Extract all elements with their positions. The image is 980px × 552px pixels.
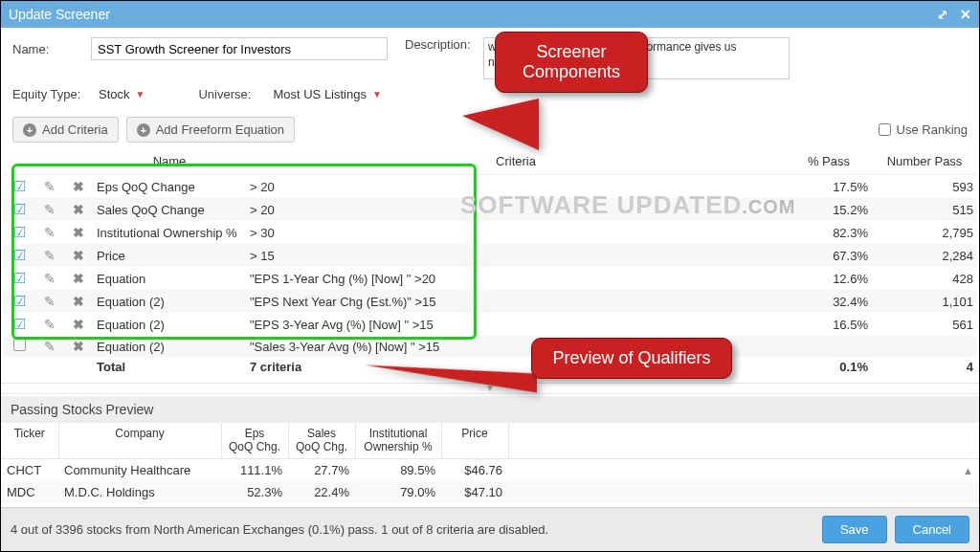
criteria-expr: > 15	[246, 244, 786, 267]
edit-icon[interactable]: ✎	[44, 294, 56, 309]
criteria-num: 515	[872, 198, 977, 221]
criteria-toolbar: + Add Criteria + Add Freeform Equation U…	[1, 111, 979, 148]
criteria-num: 2,795	[872, 221, 977, 244]
checkbox-on-icon[interactable]: ☑	[13, 293, 26, 309]
cancel-button[interactable]: Cancel	[895, 516, 969, 543]
add-criteria-button[interactable]: + Add Criteria	[12, 117, 119, 143]
universe-value: Most US Listings	[273, 87, 367, 101]
checkbox-on-icon[interactable]: ☑	[13, 247, 26, 263]
criteria-row: ☑✎✖Sales QoQ Change> 2015.2%515	[3, 198, 977, 221]
use-ranking-checkbox[interactable]: Use Ranking	[879, 122, 968, 137]
edit-icon[interactable]: ✎	[44, 339, 56, 354]
criteria-expr: "EPS 1-Year Chg (%) [Now] " >20	[246, 267, 786, 290]
preview-title: Passing Stocks Preview	[1, 396, 979, 423]
eps-cell: 52.3%	[221, 481, 288, 503]
criteria-num: 593	[872, 175, 977, 199]
edit-icon[interactable]: ✎	[44, 317, 56, 332]
add-freeform-label: Add Freeform Equation	[156, 122, 284, 137]
criteria-num: 2,284	[872, 244, 977, 267]
total-label: Total	[93, 357, 246, 377]
caret-down-icon: ▼	[372, 89, 382, 99]
delete-icon[interactable]: ✖	[73, 294, 84, 309]
universe-label: Universe:	[198, 87, 256, 101]
col-price: Price	[441, 423, 508, 458]
checkbox-on-icon[interactable]: ☑	[13, 270, 26, 286]
criteria-name: Eps QoQ Change	[93, 175, 246, 199]
delete-icon[interactable]: ✖	[73, 225, 84, 240]
description-label: Description:	[405, 37, 474, 52]
criteria-row: ☑✎✖Institutional Ownership %> 3082.3%2,7…	[3, 221, 977, 244]
description-text: wth screener for Investors. performance …	[488, 40, 736, 69]
close-icon[interactable]: ✕	[960, 7, 971, 22]
criteria-num: 428	[872, 267, 977, 290]
criteria-expr: "EPS 3-Year Avg (%) [Now] " >15	[246, 313, 786, 336]
sales-cell: 22.4%	[288, 481, 355, 503]
form-row-2: Equity Type: Stock ▼ Universe: Most US L…	[1, 87, 979, 111]
criteria-pct: 12.6%	[786, 267, 872, 290]
scroll-up-icon[interactable]: ▲	[963, 465, 973, 476]
criteria-row: ☑✎✖Eps QoQ Change> 2017.5%593	[3, 175, 977, 199]
company-cell: M.D.C. Holdings	[58, 481, 221, 503]
delete-icon[interactable]: ✖	[73, 248, 84, 263]
checkbox-on-icon[interactable]: ☑	[13, 224, 26, 240]
description-textarea[interactable]: wth screener for Investors. performance …	[483, 37, 790, 79]
delete-icon[interactable]: ✖	[73, 202, 84, 217]
criteria-name: Equation (2)	[93, 336, 246, 357]
edit-icon[interactable]: ✎	[44, 179, 56, 194]
save-button[interactable]: Save	[822, 516, 887, 543]
inst-cell: 79.0%	[355, 481, 441, 503]
criteria-pct: 82.3%	[786, 221, 872, 244]
edit-icon[interactable]: ✎	[44, 248, 56, 263]
equity-type-value: Stock	[99, 87, 130, 101]
criteria-name: Institutional Ownership %	[93, 221, 246, 244]
criteria-pct: 32.4%	[786, 290, 872, 313]
delete-icon[interactable]: ✖	[73, 179, 84, 194]
checkbox-on-icon[interactable]: ☑	[13, 178, 26, 194]
delete-icon[interactable]: ✖	[73, 271, 84, 286]
checkbox-on-icon[interactable]: ☑	[13, 316, 26, 332]
footer-message: 4 out of 3396 stocks from North American…	[11, 522, 814, 537]
checkbox-off-icon[interactable]	[13, 339, 26, 351]
add-criteria-label: Add Criteria	[42, 122, 108, 137]
col-num-header: Number Pass	[872, 148, 977, 175]
price-cell: $46.76	[441, 458, 508, 481]
name-input[interactable]	[91, 37, 388, 60]
use-ranking-input[interactable]	[879, 123, 891, 136]
plus-icon: +	[137, 123, 150, 137]
edit-icon[interactable]: ✎	[44, 271, 56, 286]
criteria-pct: 15.2%	[786, 198, 872, 221]
edit-icon[interactable]: ✎	[44, 202, 56, 217]
ticker-cell: MDC	[1, 481, 58, 503]
total-pct: 0.1%	[786, 357, 872, 377]
add-freeform-button[interactable]: + Add Freeform Equation	[126, 117, 295, 143]
criteria-pct: 16.5%	[786, 313, 872, 336]
col-name-header: Name	[93, 148, 246, 175]
window-controls: ⤢ ✕	[937, 7, 971, 22]
criteria-num: 1,101	[872, 290, 977, 313]
splitter[interactable]: ▼	[1, 383, 979, 394]
checkbox-on-icon[interactable]: ☑	[13, 201, 26, 217]
preview-row: CHCTCommunity Healthcare111.1%27.7%89.5%…	[1, 458, 979, 481]
criteria-expr: > 20	[246, 198, 786, 221]
edit-icon[interactable]: ✎	[44, 225, 56, 240]
use-ranking-label: Use Ranking	[897, 122, 968, 137]
col-criteria-header: Criteria	[246, 148, 786, 175]
equity-type-select[interactable]: Stock ▼	[99, 87, 145, 101]
maximize-icon[interactable]: ⤢	[937, 7, 948, 22]
criteria-pct: 67.3%	[786, 244, 872, 267]
criteria-name: Sales QoQ Change	[93, 198, 246, 221]
criteria-expr: "EPS Next Year Chg (Est.%)" >15	[246, 290, 786, 313]
form-row-1: Name: Description: wth screener for Inve…	[1, 28, 979, 87]
criteria-name: Equation (2)	[93, 313, 246, 336]
criteria-name: Equation	[93, 267, 246, 290]
col-pct-header: % Pass	[786, 148, 872, 175]
delete-icon[interactable]: ✖	[73, 339, 84, 354]
criteria-total-row: Total7 criteria0.1%4	[3, 357, 977, 377]
equity-type-label: Equity Type:	[12, 87, 81, 101]
ticker-cell: CHCT	[1, 458, 58, 481]
delete-icon[interactable]: ✖	[73, 317, 84, 332]
caret-down-icon: ▼	[136, 89, 145, 99]
titlebar: Update Screener ⤢ ✕	[1, 1, 979, 28]
universe-select[interactable]: Most US Listings ▼	[273, 87, 381, 101]
criteria-expr: "Sales 3-Year Avg (%) [Now] " >15	[246, 336, 786, 357]
